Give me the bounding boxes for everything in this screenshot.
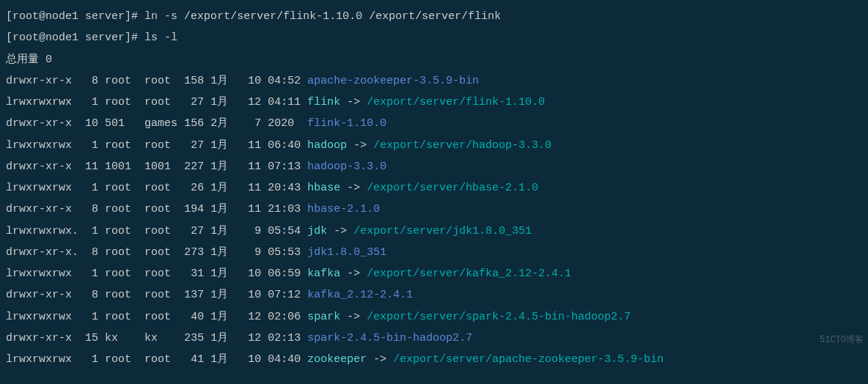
- symlink-target: /export/server/hadoop-3.3.0: [373, 139, 551, 152]
- file-name: hadoop: [307, 139, 347, 152]
- file-name: hadoop-3.3.0: [307, 160, 386, 173]
- file-entry: drwxr-xr-x 8 root root 137 1月 10 07:12 k…: [6, 284, 862, 306]
- terminal-output[interactable]: [root@node1 server]# ln -s /export/serve…: [6, 6, 862, 370]
- file-name: apache-zookeeper-3.5.9-bin: [307, 75, 479, 87]
- file-name: spark-2.4.5-bin-hadoop2.7: [307, 332, 472, 344]
- file-entry: lrwxrwxrwx 1 root root 27 1月 12 04:11 fl…: [6, 92, 862, 113]
- symlink-target: /export/server/hbase-2.1.0: [367, 182, 538, 194]
- file-name: flink: [307, 96, 340, 108]
- file-entry: drwxr-xr-x 11 1001 1001 227 1月 11 07:13 …: [6, 156, 862, 177]
- command-line: [root@node1 server]# ls -l: [6, 27, 862, 48]
- file-entry: drwxr-xr-x 10 501 games 156 2月 7 2020 fl…: [6, 113, 862, 134]
- file-name: flink-1.10.0: [307, 117, 386, 130]
- file-entry: lrwxrwxrwx 1 root root 31 1月 10 06:59 ka…: [6, 263, 862, 284]
- file-name: kafka_2.12-2.4.1: [307, 289, 413, 301]
- symlink-target: /export/server/kafka_2.12-2.4.1: [367, 267, 571, 280]
- file-entry: drwxr-xr-x 8 root root 194 1月 11 21:03 h…: [6, 199, 862, 220]
- file-name: jdk1.8.0_351: [307, 246, 386, 259]
- file-entry: lrwxrwxrwx 1 root root 26 1月 11 20:43 hb…: [6, 177, 862, 199]
- file-entry: lrwxrwxrwx. 1 root root 27 1月 9 05:54 jd…: [6, 221, 862, 242]
- symlink-target: /export/server/jdk1.8.0_351: [353, 225, 532, 237]
- file-name: hbase: [307, 182, 340, 194]
- symlink-target: /export/server/spark-2.4.5-bin-hadoop2.7: [367, 311, 630, 323]
- file-name: jdk: [307, 225, 327, 237]
- symlink-target: /export/server/apache-zookeeper-3.5.9-bi…: [393, 353, 663, 366]
- file-name: zookeeper: [307, 353, 367, 366]
- file-name: kafka: [307, 267, 340, 280]
- symlink-target: /export/server/flink-1.10.0: [367, 96, 545, 108]
- file-entry: drwxr-xr-x. 8 root root 273 1月 9 05:53 j…: [6, 242, 862, 263]
- file-name: hbase-2.1.0: [307, 203, 380, 215]
- file-name: spark: [307, 311, 340, 323]
- file-entry: lrwxrwxrwx 1 root root 40 1月 12 02:06 sp…: [6, 306, 862, 328]
- file-entry: drwxr-xr-x 8 root root 158 1月 10 04:52 a…: [6, 70, 862, 92]
- total-line: 总用量 0: [6, 49, 862, 70]
- file-entry: drwxr-xr-x 15 kx kx 235 1月 12 02:13 spar…: [6, 328, 862, 349]
- file-entry: lrwxrwxrwx 1 root root 27 1月 11 06:40 ha…: [6, 135, 862, 156]
- watermark: 51CTO博客: [820, 332, 864, 349]
- file-entry: lrwxrwxrwx 1 root root 41 1月 10 04:40 zo…: [6, 349, 862, 370]
- command-line: [root@node1 server]# ln -s /export/serve…: [6, 6, 862, 27]
